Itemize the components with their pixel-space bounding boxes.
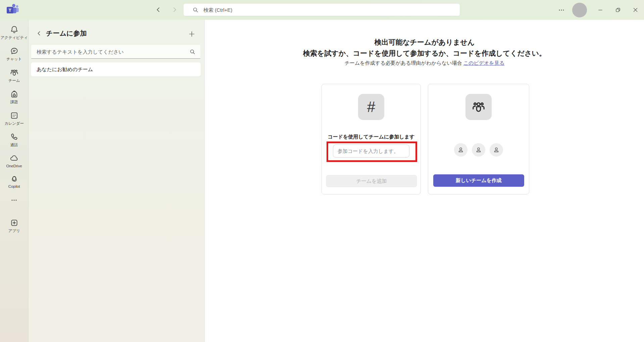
- list-item-label: あなたにお勧めのチーム: [37, 66, 93, 73]
- restore-icon: [615, 7, 621, 13]
- teams-logo-icon: T: [5, 3, 19, 17]
- search-icon: [192, 7, 199, 13]
- title-bar: T: [0, 0, 644, 20]
- main-content: 検出可能なチームがありません 検索を試すか、コードを使用して参加するか、コードを…: [205, 20, 644, 342]
- join-card-label: コードを使用してチームに参加します: [322, 134, 420, 140]
- ellipsis-icon: [10, 196, 18, 204]
- sidebar-title: チームに参加: [46, 29, 87, 38]
- teams-app-window: T: [0, 0, 644, 342]
- rail-item-copilot[interactable]: Copilot: [0, 171, 29, 191]
- watch-video-link[interactable]: このビデオを見る: [463, 60, 504, 66]
- rail-item-label: チーム: [8, 78, 20, 83]
- rail-item-label: カレンダー: [4, 121, 24, 126]
- minimize-button[interactable]: [592, 0, 609, 20]
- svg-text:T: T: [9, 8, 12, 13]
- minimize-icon: [597, 7, 603, 13]
- member-avatars: [428, 143, 529, 157]
- backpack-icon: [10, 90, 19, 99]
- sidebar-header: チームに参加: [29, 25, 205, 41]
- rail-item-teams[interactable]: チーム: [0, 65, 29, 86]
- rail-item-label: Copilot: [8, 184, 20, 188]
- annotation-highlight-box: [327, 141, 417, 162]
- sidebar-add-button[interactable]: [186, 28, 197, 40]
- close-icon: [632, 7, 639, 13]
- sidebar-item-suggested-teams[interactable]: あなたにお勧めのチーム: [31, 62, 201, 76]
- rail-item-onedrive[interactable]: OneDrive: [0, 151, 29, 171]
- forward-button[interactable]: [169, 4, 180, 15]
- restore-button[interactable]: [609, 0, 627, 20]
- app-rail: アクティビティ チャット チーム 課題 カレンダー 通話 OneDrive: [0, 20, 29, 342]
- person-icon: [454, 143, 467, 157]
- rail-item-label: 通話: [10, 142, 18, 148]
- teams-people-icon: [465, 94, 492, 120]
- create-team-card: 新しいチームを作成: [428, 84, 529, 194]
- empty-state-subheading: 検索を試すか、コードを使用して参加するか、コードを作成してください。: [205, 49, 644, 58]
- rail-item-calendar[interactable]: カレンダー: [0, 108, 29, 129]
- empty-state-heading: 検出可能なチームがありません: [205, 38, 644, 47]
- plus-icon: [188, 30, 196, 38]
- rail-item-apps[interactable]: アプリ: [0, 215, 29, 236]
- settings-and-more-button[interactable]: [554, 3, 569, 17]
- rail-item-label: OneDrive: [6, 164, 22, 168]
- create-team-button[interactable]: 新しいチームを作成: [433, 174, 524, 187]
- rail-item-label: チャット: [6, 57, 22, 62]
- rail-item-chat[interactable]: チャット: [0, 43, 29, 65]
- phone-icon: [10, 132, 19, 141]
- empty-state-hint: チームを作成する必要がある理由がわからない場合 このビデオを見る: [205, 60, 644, 66]
- copilot-icon: [10, 174, 19, 183]
- chat-icon: [10, 47, 19, 56]
- rail-more-apps-button[interactable]: [0, 191, 29, 208]
- global-search[interactable]: [183, 3, 460, 16]
- person-icon: [490, 143, 503, 157]
- apps-plus-icon: [10, 218, 19, 227]
- cloud-icon: [9, 154, 19, 163]
- sidebar-back-button[interactable]: [34, 28, 44, 38]
- join-with-code-card: # コードを使用してチームに参加します チームを追加: [321, 84, 421, 194]
- add-team-button[interactable]: チームを追加: [326, 175, 417, 187]
- global-search-input[interactable]: [203, 7, 438, 13]
- bell-icon: [10, 25, 19, 34]
- teams-people-icon: [10, 68, 19, 77]
- close-button[interactable]: [627, 0, 644, 20]
- ellipsis-icon: [558, 6, 565, 14]
- calendar-icon: [10, 111, 19, 120]
- chevron-right-icon: [171, 6, 178, 13]
- chevron-left-icon: [155, 6, 162, 13]
- sidebar-search-input[interactable]: [37, 49, 189, 55]
- join-code-input[interactable]: [333, 145, 409, 158]
- join-team-sidebar: チームに参加 あなたにお勧めのチーム: [29, 20, 205, 342]
- search-icon: [189, 49, 196, 55]
- hash-icon: #: [358, 94, 384, 120]
- rail-item-label: アプリ: [8, 228, 20, 233]
- user-avatar[interactable]: [572, 3, 587, 17]
- rail-item-activity[interactable]: アクティビティ: [0, 22, 29, 43]
- chevron-left-icon: [36, 31, 42, 36]
- hint-text: チームを作成する必要がある理由がわからない場合: [345, 60, 463, 66]
- back-button[interactable]: [153, 4, 164, 15]
- rail-item-calls[interactable]: 通話: [0, 129, 29, 151]
- rail-item-assignments[interactable]: 課題: [0, 86, 29, 108]
- sidebar-search-field[interactable]: [31, 45, 201, 59]
- person-icon: [472, 143, 485, 157]
- rail-item-label: 課題: [10, 100, 18, 105]
- rail-item-label: アクティビティ: [1, 35, 28, 40]
